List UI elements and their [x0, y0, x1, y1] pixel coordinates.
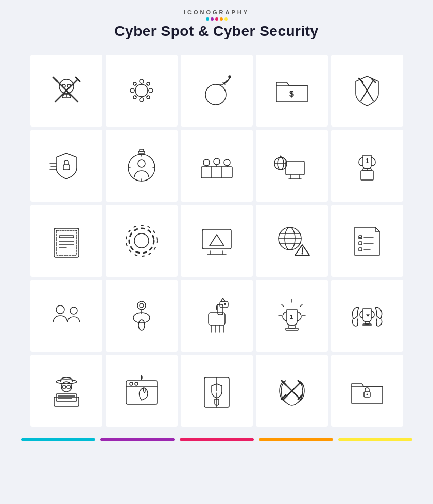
- footer-bar-purple: [100, 438, 175, 441]
- svg-point-139: [130, 382, 133, 385]
- skull-swords-icon[interactable]: [30, 55, 102, 127]
- trophy-glow-icon[interactable]: 1: [256, 280, 328, 352]
- svg-point-107: [138, 320, 145, 330]
- svg-marker-111: [221, 298, 225, 301]
- dot-purple: [211, 17, 214, 21]
- svg-point-104: [140, 303, 144, 308]
- dot-orange: [220, 17, 223, 21]
- trojan-horse-icon[interactable]: [181, 280, 253, 352]
- footer-bars: [21, 438, 412, 441]
- svg-rect-49: [140, 149, 144, 151]
- svg-point-78: [129, 228, 154, 253]
- svg-rect-73: [59, 236, 74, 238]
- dot-cyan: [206, 17, 209, 21]
- swords-wreath-icon[interactable]: [256, 355, 328, 427]
- svg-rect-137: [126, 381, 157, 404]
- iconography-label: ICONOGRAPHY: [0, 9, 433, 15]
- svg-point-13: [140, 98, 144, 102]
- svg-text:1: 1: [290, 314, 293, 320]
- svg-point-79: [126, 225, 157, 256]
- svg-text:★: ★: [366, 312, 370, 318]
- svg-rect-41: [63, 165, 70, 170]
- svg-line-27: [147, 96, 148, 97]
- svg-point-14: [130, 88, 134, 93]
- dot-yellow: [224, 17, 228, 21]
- svg-point-12: [140, 79, 144, 83]
- hacker-laptop-icon[interactable]: [30, 355, 102, 427]
- svg-point-103: [137, 301, 146, 310]
- svg-line-9: [53, 77, 57, 81]
- svg-text:$: $: [289, 89, 294, 98]
- virus-icon[interactable]: [106, 55, 178, 127]
- trophy-wreath-icon[interactable]: ★: [331, 280, 403, 352]
- svg-text:1: 1: [366, 157, 369, 165]
- icon-grid: $: [30, 55, 403, 427]
- svg-line-25: [147, 84, 148, 85]
- svg-line-24: [135, 84, 136, 85]
- svg-rect-123: [286, 328, 298, 330]
- users-laptop-icon[interactable]: [30, 280, 102, 352]
- svg-rect-97: [359, 242, 362, 245]
- page-header: ICONOGRAPHY Cyber Spot & Cyber Security: [0, 0, 433, 45]
- svg-point-15: [149, 88, 153, 93]
- svg-rect-72: [56, 230, 77, 255]
- monitor-alert-icon[interactable]: [181, 205, 253, 277]
- shield-swords-icon[interactable]: [331, 55, 403, 127]
- svg-point-86: [216, 243, 217, 245]
- svg-point-102: [70, 307, 77, 314]
- globe-monitor-icon[interactable]: [256, 130, 328, 202]
- color-dots: [0, 17, 433, 21]
- globe-warning-icon[interactable]: [256, 205, 328, 277]
- footer-bar-pink: [180, 438, 254, 441]
- svg-rect-99: [359, 248, 362, 251]
- svg-point-55: [224, 159, 230, 166]
- svg-point-116: [224, 303, 226, 305]
- svg-point-53: [203, 159, 210, 166]
- svg-rect-131: [67, 386, 71, 388]
- folder-lock-icon[interactable]: [331, 355, 403, 427]
- svg-point-31: [229, 76, 231, 78]
- footer-bar-yellow: [338, 438, 412, 441]
- svg-line-26: [135, 96, 136, 97]
- bomb-icon[interactable]: [181, 55, 253, 127]
- svg-point-150: [366, 393, 368, 395]
- svg-rect-50: [201, 167, 232, 178]
- folder-dollar-icon[interactable]: $: [256, 55, 328, 127]
- svg-rect-109: [218, 304, 223, 315]
- svg-rect-126: [363, 324, 371, 326]
- svg-point-43: [138, 160, 145, 167]
- main-title: Cyber Spot & Cyber Security: [0, 23, 433, 40]
- checklist-icon[interactable]: [331, 205, 403, 277]
- panel-users-icon[interactable]: [181, 130, 253, 202]
- winner-certificate-icon[interactable]: [30, 205, 102, 277]
- svg-rect-130: [62, 386, 66, 388]
- svg-point-42: [128, 154, 155, 181]
- svg-rect-67: [361, 171, 373, 180]
- svg-point-140: [135, 382, 138, 385]
- hacker-clock-icon[interactable]: [106, 130, 178, 202]
- shield-lock-icon[interactable]: [30, 130, 102, 202]
- shield-book-icon[interactable]: [181, 355, 253, 427]
- svg-point-11: [135, 84, 148, 97]
- svg-point-101: [56, 305, 64, 314]
- svg-rect-71: [54, 228, 79, 257]
- dot-pink: [215, 17, 218, 21]
- svg-point-28: [205, 84, 226, 105]
- footer-bar-cyan: [21, 438, 95, 441]
- footer-bar-orange: [259, 438, 333, 441]
- svg-point-106: [133, 313, 150, 323]
- svg-line-118: [300, 304, 302, 307]
- pacifier-icon[interactable]: [106, 280, 178, 352]
- svg-rect-122: [289, 325, 295, 328]
- svg-rect-59: [286, 161, 304, 175]
- svg-rect-134: [56, 394, 77, 401]
- svg-point-77: [134, 233, 149, 248]
- browser-fire-icon[interactable]: [106, 355, 178, 427]
- svg-point-54: [214, 158, 220, 165]
- svg-point-94: [301, 253, 303, 254]
- svg-point-0: [59, 79, 74, 94]
- sun-circle-icon[interactable]: [106, 205, 178, 277]
- svg-line-119: [282, 304, 284, 307]
- trophy-rank-icon[interactable]: 1: [331, 130, 403, 202]
